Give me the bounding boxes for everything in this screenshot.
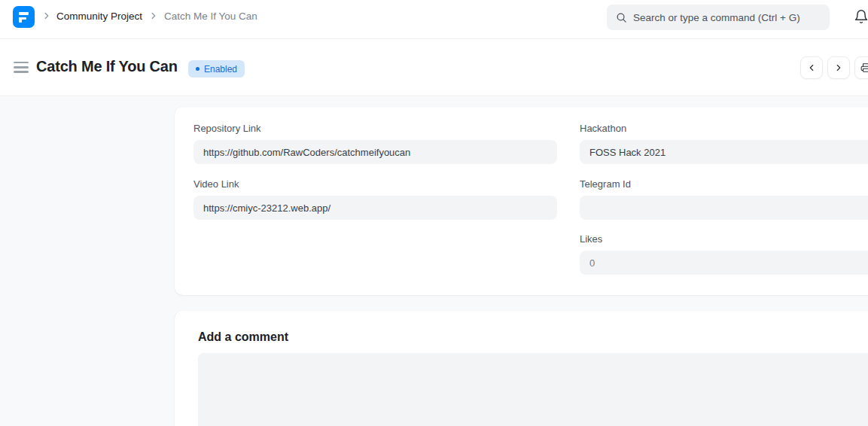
next-record-button[interactable] [827,56,850,79]
chevron-right-icon [833,62,844,73]
chevron-right-icon [148,11,159,21]
chevron-right-icon [41,11,52,21]
page-title: Catch Me If You Can [36,58,178,75]
field-hackathon: Hackathon [580,123,868,164]
status-dot-icon [196,67,199,71]
main-content: Repository Link Hackathon Video Link Tel… [0,97,868,426]
field-label: Telegram Id [580,178,868,190]
breadcrumb-community-project[interactable]: Community Project [56,11,142,23]
breadcrumb-current-page[interactable]: Catch Me If You Can [164,11,257,23]
status-badge: Enabled [188,60,245,78]
app-window: Community Project Catch Me If You Can Ca… [0,0,868,426]
chevron-left-icon [806,62,817,73]
global-search[interactable] [607,5,830,30]
navbar: Community Project Catch Me If You Can [0,0,868,39]
notifications-bell-icon[interactable] [854,9,868,29]
field-likes: Likes [580,233,868,275]
sidebar-toggle-icon[interactable] [14,62,29,73]
comment-editor[interactable] [198,353,868,426]
logo-glyph-part [19,17,22,23]
logo-glyph-part [19,12,29,15]
frappe-logo[interactable] [13,6,35,28]
field-telegram-id: Telegram Id [580,178,868,220]
video-link-input[interactable] [193,196,557,220]
comments-card: Add a comment [175,311,868,426]
field-repository-link: Repository Link [193,123,557,164]
field-label: Likes [580,233,868,245]
print-button[interactable] [854,56,868,79]
field-label: Video Link [193,178,557,190]
search-input[interactable] [633,12,821,23]
field-video-link: Video Link [193,178,557,220]
likes-input[interactable] [580,251,868,275]
details-form-card: Repository Link Hackathon Video Link Tel… [175,107,868,295]
telegram-id-input[interactable] [580,196,868,220]
status-badge-label: Enabled [204,64,237,75]
previous-record-button[interactable] [800,56,823,79]
field-label: Repository Link [193,123,557,134]
field-label: Hackathon [580,123,868,134]
add-comment-heading: Add a comment [198,330,288,344]
search-icon [616,12,627,23]
repository-link-input[interactable] [193,140,557,164]
hackathon-input[interactable] [580,140,868,164]
printer-icon [860,62,868,73]
page-header: Catch Me If You Can Enabled [0,40,868,96]
